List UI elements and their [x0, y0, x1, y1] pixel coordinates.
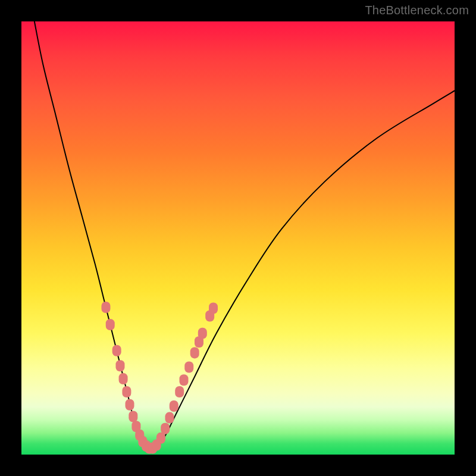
- marker-dot: [184, 361, 193, 372]
- marker-dot: [180, 374, 189, 386]
- plot-area: [21, 21, 455, 455]
- marker-dot: [129, 411, 137, 422]
- marker-dots: [101, 302, 218, 454]
- marker-dot: [112, 345, 121, 356]
- chart-svg: [21, 21, 455, 455]
- marker-dot: [106, 319, 115, 330]
- marker-dot: [175, 386, 184, 397]
- marker-dot: [126, 399, 134, 411]
- marker-dot: [119, 373, 128, 384]
- marker-dot: [101, 302, 110, 313]
- marker-dot: [198, 328, 207, 339]
- marker-dot: [122, 386, 131, 397]
- watermark-text: TheBottleneck.com: [365, 4, 469, 17]
- marker-dot: [190, 347, 199, 358]
- marker-dot: [115, 360, 124, 371]
- marker-dot: [170, 400, 178, 412]
- bottleneck-curve-path: [35, 21, 455, 450]
- marker-dot: [209, 302, 218, 314]
- marker-dot: [156, 433, 165, 444]
- marker-dot: [161, 423, 170, 434]
- chart-frame: TheBottleneck.com: [0, 0, 476, 476]
- marker-dot: [165, 412, 174, 424]
- curve-line: [35, 21, 455, 450]
